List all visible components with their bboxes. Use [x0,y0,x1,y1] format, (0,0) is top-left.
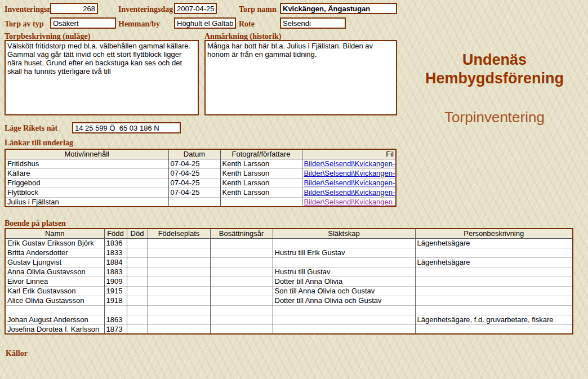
table-cell-fodd: 1863 [104,315,127,324]
column-header-slaktskap: Släktskap [273,229,415,238]
table-cell-bosattningsar [210,238,273,248]
table-cell-namn: Anna Olivia Gustavsson [5,267,104,277]
table-cell-fodelseplats [148,324,210,334]
table-cell-datum: 07-04-25 [168,159,220,168]
file-link[interactable]: Bilder\Selsendi\Kvickangen J [304,198,397,206]
kallor-heading: Källor [6,349,28,358]
file-link[interactable]: Bilder\Selsendi\Kvickangen- [304,179,395,187]
table-cell-slaktskap: Hustru till Erik Gustav [273,248,415,257]
inventeringsdag-field[interactable] [174,3,217,14]
column-header-fotograf: Fotograf/författare [220,149,302,159]
inventeringsnr-field[interactable] [50,3,98,14]
table-cell-fodelseplats [148,257,210,267]
table-cell-fil: Bilder\Selsendi\Kvickangen- [302,178,396,188]
table-cell-fodelseplats [148,277,210,286]
table-cell-fodelseplats [148,315,210,324]
table-cell-fotograf: Kenth Larsson [220,168,302,178]
table-cell-namn: Britta Andersdotter [5,248,104,257]
boende-table: Namn Född Död Födelseplats Bosättningsår… [5,228,573,335]
table-row: Källare07-04-25Kenth LarssonBilder\Selse… [5,168,396,178]
table-cell-bosattningsar [210,257,273,267]
table-cell-fodelseplats [148,305,210,315]
column-header-datum: Datum [168,149,220,159]
boende-table-wrap: Namn Född Död Födelseplats Bosättningsår… [5,228,573,335]
table-cell-slaktskap [273,257,415,267]
table-cell-dod [127,305,148,315]
table-cell-fodd: 1909 [104,277,127,286]
table-cell-namn: Erik Gustav Eriksson Björk [5,238,104,248]
table-cell-dod [127,296,148,305]
rote-label: Rote [239,20,255,29]
file-link[interactable]: Bilder\Selsendi\Kvickangen- [304,169,395,177]
lankar-heading: Länkar till underlag [5,139,73,148]
table-cell-datum: 07-04-25 [168,178,220,188]
torpinventering-form: { "colors": { "page_background": "#e7e2c… [0,0,588,379]
table-cell-fotograf [220,197,302,207]
hemman-by-field[interactable] [174,17,236,29]
brand-block: Undenäs Hembygdsförening Torpinventering [401,51,588,126]
rote-field[interactable] [280,17,346,29]
column-header-fodelseplats: Födelseplats [148,229,210,238]
table-cell-personbeskrivning [415,248,573,257]
table-row [5,305,573,315]
table-cell-namn: Johan August Andersson [5,315,104,324]
org-title-line1: Undenäs [401,51,588,69]
table-cell-fil: Bilder\Selsendi\Kvickangen- [302,188,396,197]
table-row: Josefina Dorotea f. Karlsson1873 [5,324,573,334]
table-cell-fodd: 1883 [104,267,127,277]
table-cell-fodd: 1884 [104,257,127,267]
table-row: Friggebod07-04-25Kenth LarssonBilder\Sel… [5,178,396,188]
org-title-line2: Hembygdsförening [401,69,588,88]
table-cell-dod [127,324,148,334]
torptyp-field[interactable] [50,17,116,29]
table-cell-bosattningsar [210,277,273,286]
hemman-by-label: Hemman/by [118,20,160,29]
table-cell-motiv: Friggebod [5,178,168,188]
table-cell-slaktskap: Dotter till Anna Olivia och Gustav [273,296,415,305]
table-cell-bosattningsar [210,267,273,277]
column-header-motiv: Motiv/innehåll [5,149,168,159]
table-cell-personbeskrivning [415,324,573,334]
column-header-bosattningsar: Bosättningsår [210,229,273,238]
links-table: Motiv/innehåll Datum Fotograf/författare… [5,149,397,207]
lage-label: Läge Rikets nät [5,124,57,133]
file-link[interactable]: Bilder\Selsendi\Kvickangen- [304,188,395,197]
table-cell-dod [127,315,148,324]
table-cell-slaktskap: Hustru till Gustav [273,267,415,277]
torpnamn-field[interactable] [280,3,397,14]
torpbeskrivning-textarea[interactable]: Välskött fritidstorp med bl.a. välbehåll… [5,40,199,115]
table-row: Eivor Linnea1909Dotter till Anna Olivia [5,277,573,286]
table-cell-slaktskap [273,238,415,248]
table-row: Karl Erik Gustavsson1915Son till Anna Ol… [5,286,573,296]
table-cell-fodd: 1873 [104,324,127,334]
table-cell-personbeskrivning: Lägenhetsägare, f.d. gruvarbetare, fiska… [415,315,573,324]
table-row: Johan August Andersson1863Lägenhetsägare… [5,315,573,324]
column-header-dod: Död [127,229,148,238]
boende-table-header: Namn Född Död Födelseplats Bosättningsår… [5,229,573,238]
table-cell-slaktskap: Son till Anna Olivia och Gustav [273,286,415,296]
table-cell-namn: Alice Olivia Gustavsson [5,296,104,305]
table-cell-slaktskap [273,305,415,315]
table-cell-personbeskrivning: Lägenhetsägare [415,238,573,248]
table-cell-dod [127,257,148,267]
table-cell-fil: Bilder\Selsendi\Kvickangen- [302,159,396,168]
anmarkning-textarea[interactable]: Många har bott här bl.a. Julius i Fjälls… [204,40,397,115]
table-cell-fotograf: Kenth Larsson [220,178,302,188]
table-cell-dod [127,238,148,248]
lage-field[interactable] [72,122,181,133]
file-link[interactable]: Bilder\Selsendi\Kvickangen- [304,159,395,168]
table-cell-datum: 07-04-25 [168,188,220,197]
table-cell-personbeskrivning: Lägenhetsägare [415,257,573,267]
links-table-body: Fritidshus07-04-25Kenth LarssonBilder\Se… [5,159,396,207]
table-cell-motiv: Källare [5,168,168,178]
column-header-fodd: Född [104,229,127,238]
table-cell-fodelseplats [148,286,210,296]
inventeringsdag-label: Inventeringsdag [118,5,173,14]
table-cell-personbeskrivning [415,305,573,315]
table-cell-namn: Karl Erik Gustavsson [5,286,104,296]
table-cell-bosattningsar [210,324,273,334]
torptyp-label: Torp av typ [5,20,44,29]
boende-heading: Boende på platsen [5,219,66,228]
column-header-namn: Namn [5,229,104,238]
links-table-wrap: Motiv/innehåll Datum Fotograf/författare… [5,149,397,207]
